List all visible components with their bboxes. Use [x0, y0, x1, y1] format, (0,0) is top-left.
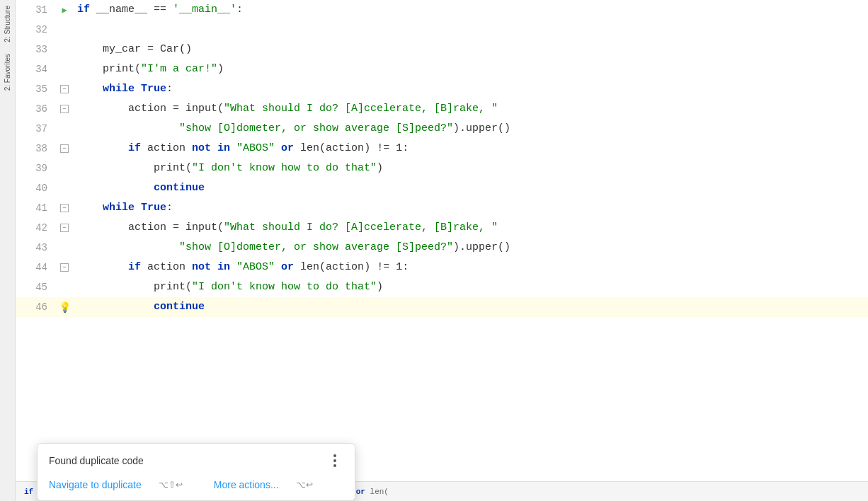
line-number: 42 — [16, 218, 55, 238]
structure-tab[interactable]: 2: Structure — [1, 0, 13, 48]
code-content: continue — [74, 178, 868, 198]
code-line: 46💡continue — [16, 297, 868, 317]
code-content: if __name__ == '__main__': — [74, 0, 868, 20]
side-panel-tabs: 2: Structure 2: Favorites — [0, 0, 16, 501]
line-number: 32 — [16, 20, 55, 40]
line-gutter — [55, 59, 74, 79]
fold-button[interactable]: − — [60, 105, 69, 113]
navigate-shortcut: ⌥⇧↩ — [159, 480, 183, 490]
line-gutter — [55, 119, 74, 139]
code-content: continue — [74, 297, 868, 317]
fold-button[interactable]: − — [60, 204, 69, 212]
code-line: 39print("I don't know how to do that") — [16, 159, 868, 178]
code-line: 38−if action not in "ABOS" or len(action… — [16, 139, 868, 159]
line-number: 36 — [16, 99, 55, 119]
code-content: print("I'm a car!") — [74, 59, 868, 79]
fold-button[interactable]: − — [60, 144, 69, 153]
more-actions-link[interactable]: More actions... — [214, 479, 279, 490]
code-content: "show [O]dometer, or show average [S]pee… — [74, 238, 868, 258]
line-gutter: 💡 — [55, 297, 74, 317]
code-content: print("I don't know how to do that") — [74, 159, 868, 178]
line-number: 37 — [16, 119, 55, 139]
code-line: 41−while True: — [16, 198, 868, 218]
tooltip-popup: Found duplicate code Navigate to duplica… — [37, 443, 355, 501]
line-number: 41 — [16, 198, 55, 218]
line-gutter: − — [55, 139, 74, 159]
line-gutter — [55, 277, 74, 297]
code-line: 43"show [O]dometer, or show average [S]p… — [16, 238, 868, 258]
code-content: print("I don't know how to do that") — [74, 277, 868, 297]
line-gutter: − — [55, 258, 74, 277]
line-gutter: − — [55, 99, 74, 119]
editor-container: 31▶if __name__ == '__main__':3233my_car … — [16, 0, 868, 501]
line-gutter — [55, 40, 74, 59]
line-number: 45 — [16, 277, 55, 297]
code-line: 45print("I don't know how to do that") — [16, 277, 868, 297]
line-gutter — [55, 178, 74, 198]
code-content: action = input("What should I do? [A]cce… — [74, 218, 868, 238]
line-gutter: − — [55, 79, 74, 99]
run-button-icon[interactable]: ▶ — [62, 5, 67, 16]
code-line: 36−action = input("What should I do? [A]… — [16, 99, 868, 119]
navigate-to-duplicate-link[interactable]: Navigate to duplicate — [49, 479, 142, 490]
code-line: 42−action = input("What should I do? [A]… — [16, 218, 868, 238]
code-line: 34print("I'm a car!") — [16, 59, 868, 79]
code-content: "show [O]dometer, or show average [S]pee… — [74, 119, 868, 139]
line-number: 31 — [16, 0, 55, 20]
line-number: 39 — [16, 159, 55, 178]
line-gutter — [55, 238, 74, 258]
code-content: while True: — [74, 198, 868, 218]
fold-button[interactable]: − — [60, 224, 69, 232]
code-content: if action not in "ABOS" or len(action) !… — [74, 258, 868, 277]
code-line: 32 — [16, 20, 868, 40]
tooltip-menu-button[interactable] — [326, 452, 343, 469]
line-number: 44 — [16, 258, 55, 277]
tooltip-header: Found duplicate code — [38, 444, 355, 475]
code-line: 31▶if __name__ == '__main__': — [16, 0, 868, 20]
line-number: 33 — [16, 40, 55, 59]
code-content: my_car = Car() — [74, 40, 868, 59]
line-gutter: − — [55, 198, 74, 218]
code-line: 44−if action not in "ABOS" or len(action… — [16, 258, 868, 277]
more-actions-shortcut: ⌥↩ — [296, 480, 313, 490]
code-line: 33my_car = Car() — [16, 40, 868, 59]
line-number: 34 — [16, 59, 55, 79]
code-line: 35−while True: — [16, 79, 868, 99]
code-content: action = input("What should I do? [A]cce… — [74, 99, 868, 119]
line-number: 43 — [16, 238, 55, 258]
code-content: while True: — [74, 79, 868, 99]
code-line: 37"show [O]dometer, or show average [S]p… — [16, 119, 868, 139]
line-number: 40 — [16, 178, 55, 198]
fold-button[interactable]: − — [60, 85, 69, 93]
line-gutter — [55, 20, 74, 40]
line-gutter: ▶ — [55, 0, 74, 20]
tooltip-title: Found duplicate code — [49, 455, 144, 466]
code-line: 40continue — [16, 178, 868, 198]
code-content — [74, 20, 868, 40]
line-gutter — [55, 159, 74, 178]
code-area: 31▶if __name__ == '__main__':3233my_car … — [16, 0, 868, 481]
line-number: 35 — [16, 79, 55, 99]
code-content: if action not in "ABOS" or len(action) !… — [74, 139, 868, 159]
fold-button[interactable]: − — [60, 263, 69, 272]
line-gutter: − — [55, 218, 74, 238]
favorites-tab[interactable]: 2: Favorites — [1, 48, 13, 96]
line-number: 46 — [16, 297, 55, 317]
line-number: 38 — [16, 139, 55, 159]
tooltip-actions: Navigate to duplicate ⌥⇧↩ More actions..… — [38, 475, 355, 500]
bulb-icon[interactable]: 💡 — [59, 301, 71, 313]
